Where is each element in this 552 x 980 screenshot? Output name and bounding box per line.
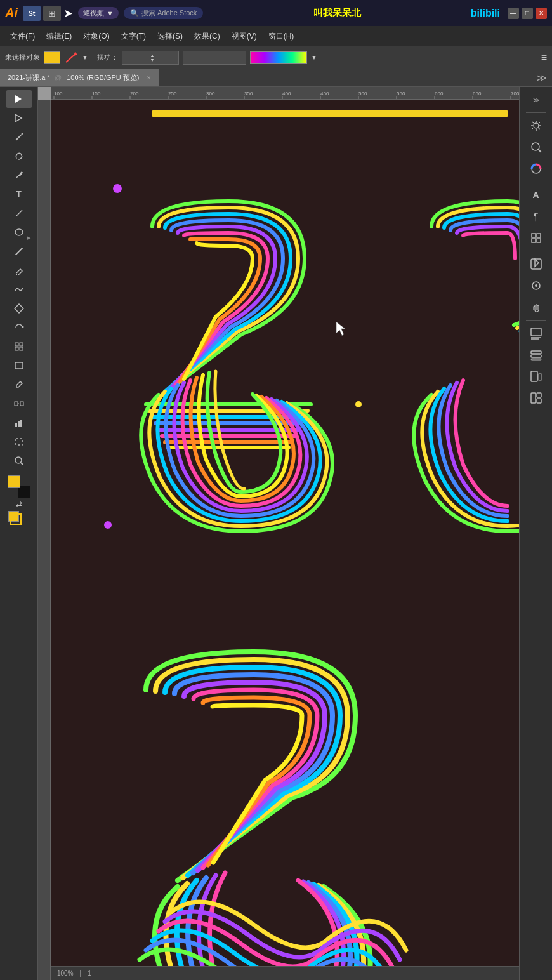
color-dropdown-arrow[interactable]: ▼ xyxy=(82,54,88,61)
rectangle-tool[interactable] xyxy=(6,357,32,374)
artboard-tool[interactable] xyxy=(6,433,32,451)
menu-item-select[interactable]: 选择(S) xyxy=(152,29,188,44)
type-tool[interactable]: T xyxy=(6,185,32,203)
smooth-tool[interactable] xyxy=(6,281,32,298)
blend-tool[interactable] xyxy=(6,395,32,413)
pencil-icon xyxy=(14,265,24,275)
fill-color-box[interactable] xyxy=(44,51,60,64)
search-panel-btn[interactable] xyxy=(523,137,549,157)
grid-tool[interactable] xyxy=(6,338,32,355)
gradient-swatch[interactable] xyxy=(250,51,307,64)
svg-rect-18 xyxy=(15,402,18,406)
panel-separator-3 xyxy=(526,251,546,251)
status-bar: 100% | 1 xyxy=(51,966,519,980)
lasso-tool[interactable] xyxy=(6,147,32,165)
sun-panel-btn[interactable] xyxy=(523,116,549,136)
canvas-area[interactable]: 100 150 200 250 300 350 400 450 500 550 … xyxy=(38,87,519,980)
selection-tool[interactable] xyxy=(6,90,32,108)
chart-tool[interactable] xyxy=(6,414,32,432)
brush-icon xyxy=(14,246,24,256)
artboard[interactable]: 100% | 1 xyxy=(51,100,519,980)
panel-separator-1 xyxy=(526,112,546,113)
svg-text:150: 150 xyxy=(92,91,101,96)
menu-bar: 文件(F) 编辑(E) 对象(O) 文字(T) 选择(S) 效果(C) 视图(V… xyxy=(0,26,552,46)
tab-info: 100% (RGB/GPU 预览) xyxy=(67,73,139,83)
appearance-panel-btn[interactable] xyxy=(523,275,549,296)
svg-rect-98 xyxy=(531,351,541,354)
opacity-up-arrow[interactable]: ▲ xyxy=(150,53,154,58)
line-tool[interactable] xyxy=(6,204,32,222)
window-controls: — □ ✕ xyxy=(508,8,547,19)
zoom-tool[interactable] xyxy=(6,452,32,470)
shape-tool[interactable]: ▶ xyxy=(6,223,32,241)
gradient-dropdown[interactable]: ▼ xyxy=(311,54,317,61)
svg-rect-101 xyxy=(531,371,537,381)
paintbrush-tool[interactable] xyxy=(6,242,32,260)
menu-item-edit[interactable]: 编辑(E) xyxy=(41,29,77,44)
svg-rect-87 xyxy=(532,234,536,237)
export-panel-btn[interactable] xyxy=(523,254,549,274)
maximize-button[interactable]: □ xyxy=(522,8,533,19)
title-icon-st[interactable]: St xyxy=(23,6,41,21)
svg-point-75 xyxy=(534,123,539,128)
document-tab[interactable]: 2021-讲课.ai* @ 100% (RGB/GPU 预览) × xyxy=(0,69,159,86)
image-trace-btn[interactable] xyxy=(523,323,549,343)
style-dropdown[interactable] xyxy=(183,51,246,65)
svg-rect-54 xyxy=(38,100,51,980)
svg-rect-23 xyxy=(20,420,22,427)
paragraph-panel-btn[interactable]: ¶ xyxy=(523,206,549,227)
svg-rect-73 xyxy=(51,100,519,980)
artboards-panel-btn[interactable] xyxy=(523,366,549,387)
magic-wand-tool[interactable] xyxy=(6,128,32,146)
ruler-svg-top: 100 150 200 250 300 350 400 450 500 550 … xyxy=(51,87,519,100)
svg-line-4 xyxy=(16,135,21,140)
title-icon-grid[interactable]: ⊞ xyxy=(43,6,61,21)
minimize-button[interactable]: — xyxy=(508,8,519,19)
shortcut-section[interactable]: 矩视频 ▼ xyxy=(78,7,119,19)
direct-select-tool[interactable] xyxy=(6,109,32,127)
svg-marker-11 xyxy=(22,326,24,328)
svg-text:100: 100 xyxy=(54,91,63,96)
menu-item-window[interactable]: 窗口(H) xyxy=(263,29,299,44)
svg-text:300: 300 xyxy=(206,91,215,96)
no-selection-label: 未选择对象 xyxy=(5,53,40,62)
svg-rect-103 xyxy=(531,393,536,403)
layers-panel-btn[interactable] xyxy=(523,345,549,365)
menu-item-type[interactable]: 文字(T) xyxy=(116,29,151,44)
line-icon xyxy=(14,208,24,218)
stroke-fill-indicator[interactable] xyxy=(8,511,30,526)
title-icon-arrow[interactable]: ➤ xyxy=(63,6,73,20)
search-icon: 🔍 xyxy=(130,9,139,17)
opacity-field[interactable]: ▲ ▼ xyxy=(122,51,179,65)
search-bar[interactable]: 🔍 搜索 Adobe Stock xyxy=(124,7,203,19)
rotate-tool[interactable] xyxy=(6,319,32,336)
eyedropper-tool[interactable] xyxy=(6,376,32,394)
menu-item-file[interactable]: 文件(F) xyxy=(5,29,40,44)
symbols-icon xyxy=(530,392,542,404)
menu-item-view[interactable]: 视图(V) xyxy=(227,29,262,44)
hand-panel-btn[interactable] xyxy=(523,297,549,317)
hamburger-menu[interactable]: ≡ xyxy=(541,52,547,63)
swap-colors-icon[interactable]: ⇄ xyxy=(16,500,22,508)
tab-expand[interactable]: ≫ xyxy=(536,72,547,84)
tab-close-icon[interactable]: × xyxy=(147,74,151,81)
color-panel-btn[interactable] xyxy=(523,159,549,179)
svg-rect-102 xyxy=(538,374,542,380)
diamond-icon xyxy=(14,303,24,314)
panel-collapse-btn[interactable]: ≫ xyxy=(523,89,549,110)
smooth-icon xyxy=(14,284,24,295)
symbols-panel-btn[interactable] xyxy=(523,388,549,408)
opacity-down-arrow[interactable]: ▼ xyxy=(150,58,154,62)
zoom-level[interactable]: 100% xyxy=(57,970,74,977)
close-button[interactable]: ✕ xyxy=(536,8,547,19)
libraries-btn[interactable] xyxy=(523,228,549,248)
stroke-color-box[interactable] xyxy=(64,51,78,64)
menu-item-object[interactable]: 对象(O) xyxy=(78,29,114,44)
type-panel-btn[interactable]: A xyxy=(523,185,549,205)
menu-item-effect[interactable]: 效果(C) xyxy=(189,29,225,44)
pen-tool[interactable] xyxy=(6,166,32,184)
pencil-tool[interactable] xyxy=(6,262,32,279)
fg-color-swatch[interactable] xyxy=(8,475,20,488)
shaper-tool[interactable] xyxy=(6,300,32,317)
svg-point-6 xyxy=(20,172,22,174)
